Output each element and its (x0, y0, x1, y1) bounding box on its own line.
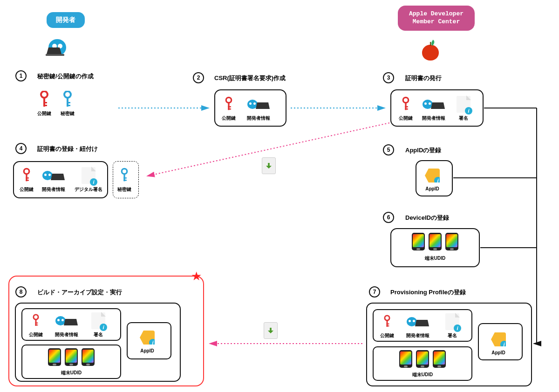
svg-rect-8 (67, 105, 70, 106)
developer-mini-icon (407, 313, 429, 331)
star-icon: ★ (191, 269, 202, 284)
step-7-udid-label: 端末UDID (379, 372, 466, 378)
step-2-devinfo: 開発者情報 (247, 95, 270, 122)
apple-badge-line2: Member Center (413, 18, 460, 25)
step-1-title: 秘密鍵/公開鍵の作成 (37, 72, 94, 81)
svg-point-29 (34, 315, 38, 319)
step-7-devinfo-label: 開発者情報 (406, 332, 429, 339)
svg-rect-16 (405, 108, 408, 109)
svg-rect-32 (35, 324, 38, 325)
step-6-devices: 端末UDID (396, 233, 474, 262)
step-2-devinfo-label: 開発者情報 (247, 115, 270, 122)
apple-icon (422, 45, 439, 61)
step-7-num: 7 (369, 286, 380, 297)
phone-icon (445, 233, 458, 250)
key-icon (22, 167, 31, 184)
step-8-num: 8 (15, 286, 27, 297)
phone-icon (433, 350, 446, 368)
key-icon (32, 312, 40, 330)
step-7-appid: iAppID (491, 331, 506, 355)
svg-rect-23 (123, 177, 127, 178)
developer-mini-icon (247, 95, 270, 113)
phone-icon (65, 348, 78, 366)
phone-icon (48, 348, 61, 366)
download-icon (264, 322, 278, 339)
phone-icon (399, 350, 412, 368)
step-7-pubkey-label: 公開鍵 (380, 332, 394, 339)
download-icon (262, 157, 276, 174)
developer-mini-icon (423, 95, 445, 113)
step-3-num: 3 (383, 72, 394, 83)
step-4-privkey-label: 秘密鍵 (117, 186, 131, 193)
key-icon (225, 95, 233, 113)
step-8-devices: 端末UDID (28, 348, 115, 376)
tag-icon: i (140, 329, 155, 346)
step-8-udid-label: 端末UDID (28, 370, 115, 376)
step-3-devinfo: 開発者情報 (422, 95, 445, 122)
step-1-privkey-label: 秘密鍵 (61, 110, 75, 117)
tag-icon: i (425, 167, 440, 184)
svg-point-13 (403, 97, 408, 102)
document-icon: i (457, 95, 470, 113)
step-8-appid-label: AppID (140, 348, 154, 353)
svg-rect-27 (387, 324, 389, 324)
step-1-pubkey-label: 公開鍵 (37, 110, 51, 117)
step-2-pubkey: 公開鍵 (222, 95, 236, 122)
step-8-sign-label: 署名 (94, 331, 103, 338)
document-icon: i (445, 313, 459, 331)
step-4-digsign-label: デジタル署名 (75, 186, 102, 193)
step-1-num: 1 (15, 70, 27, 81)
developer-mini-icon (55, 312, 78, 330)
svg-rect-28 (387, 325, 389, 326)
step-5-appid-label: AppID (425, 186, 439, 191)
svg-rect-0 (46, 54, 64, 56)
step-7-devices: 端末UDID (379, 350, 466, 378)
apple-badge: Apple Developer Member Center (398, 6, 475, 31)
svg-point-5 (64, 91, 71, 98)
developer-icon (48, 39, 66, 56)
svg-point-17 (24, 169, 29, 174)
step-4-title: 証明書の登録・紐付け (37, 145, 98, 153)
key-icon (120, 167, 129, 184)
step-2-num: 2 (193, 72, 204, 83)
step-4-num: 4 (15, 143, 27, 154)
svg-rect-31 (35, 323, 38, 324)
svg-rect-7 (67, 102, 70, 103)
step-6-title: DeviceIDの登録 (405, 214, 449, 222)
step-6-udid-label: 端末UDID (396, 255, 474, 262)
step-7-pubkey: 公開鍵 (380, 313, 394, 339)
svg-rect-20 (26, 180, 29, 181)
step-4-pubkey-label: 公開鍵 (20, 186, 34, 193)
step-8-appid: iAppID (140, 329, 155, 353)
step-2-title: CSR(証明書署名要求)作成 (214, 74, 286, 82)
phone-icon (412, 233, 425, 250)
step-8-devinfo-label: 開発者情報 (55, 331, 78, 338)
step-4-privkey: 秘密鍵 (117, 167, 131, 193)
svg-point-21 (122, 169, 127, 174)
step-2-pubkey-label: 公開鍵 (222, 115, 236, 122)
developer-mini-icon (42, 167, 65, 184)
diagram-canvas: 開発者 Apple Developer Member Center 1 秘密鍵/… (0, 0, 559, 392)
svg-point-1 (41, 91, 48, 98)
step-4-pubkey: 公開鍵 (20, 167, 34, 193)
step-4-digsign: i デジタル署名 (75, 167, 102, 193)
step-7-sign-label: 署名 (448, 332, 457, 339)
step-8-title: ビルド・アーカイブ設定・実行 (37, 288, 122, 297)
svg-rect-19 (26, 177, 29, 178)
step-4-devinfo: 開発者情報 (42, 167, 65, 193)
step-3-devinfo-label: 開発者情報 (422, 115, 445, 122)
document-icon: i (82, 167, 95, 184)
key-icon (62, 91, 73, 108)
phone-icon (416, 350, 429, 368)
step-8-sign: i署名 (91, 312, 105, 338)
step-1-privkey: 秘密鍵 (61, 91, 75, 117)
key-icon (39, 91, 49, 108)
svg-rect-3 (43, 102, 47, 103)
step-7-devinfo: 開発者情報 (406, 313, 429, 339)
document-icon: i (91, 312, 105, 330)
step-1-pubkey: 公開鍵 (37, 91, 51, 117)
svg-rect-4 (43, 105, 47, 106)
key-icon (402, 95, 410, 113)
step-5-appid: i AppID (425, 167, 440, 191)
step-3-sign: i 署名 (457, 95, 470, 122)
